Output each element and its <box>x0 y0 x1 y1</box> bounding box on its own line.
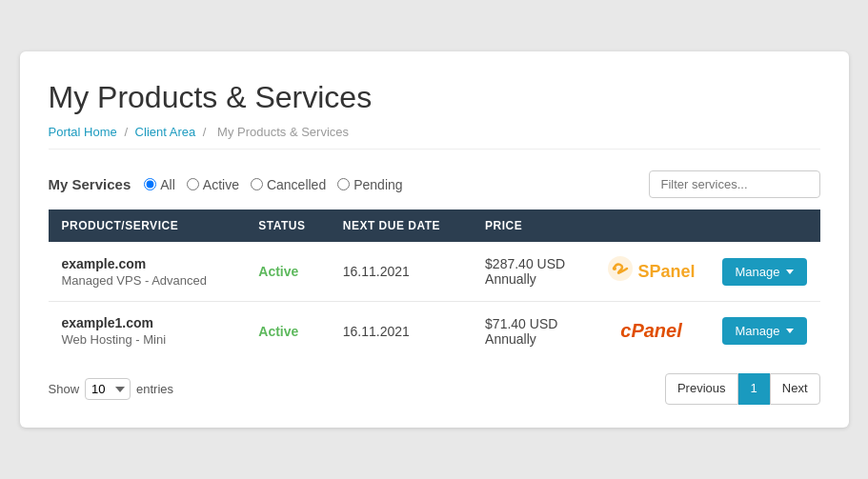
radio-all-label: All <box>160 177 175 192</box>
product-cell-2: example1.com Web Hosting - Mini <box>49 302 246 361</box>
col-product: PRODUCT/SERVICE <box>49 210 246 242</box>
product-sub-1: Managed VPS - Advanced <box>62 273 232 288</box>
cpanel-c: c <box>620 320 631 341</box>
status-badge-1: Active <box>258 264 298 279</box>
price-value-1: $287.40 USD <box>485 256 580 271</box>
services-label-group: My Services All Active Cancelled Pending <box>49 176 403 192</box>
panel-cell-2: cPanel <box>594 302 708 361</box>
radio-cancelled[interactable]: Cancelled <box>251 177 326 192</box>
radio-cancelled-label: Cancelled <box>267 177 326 192</box>
table-row: example.com Managed VPS - Advanced Activ… <box>49 242 820 302</box>
product-name-1: example.com <box>62 256 232 271</box>
table-header-row: PRODUCT/SERVICE STATUS NEXT DUE DATE PRI… <box>49 210 820 242</box>
radio-pending[interactable]: Pending <box>337 177 402 192</box>
manage-caret-1 <box>786 269 794 274</box>
breadcrumb: Portal Home / Client Area / My Products … <box>49 125 820 150</box>
table-row: example1.com Web Hosting - Mini Active 1… <box>49 302 820 361</box>
product-cell-1: example.com Managed VPS - Advanced <box>49 242 246 302</box>
svg-point-1 <box>613 267 616 270</box>
due-cell-2: 16.11.2021 <box>330 302 472 361</box>
price-cycle-2: Annually <box>485 331 580 347</box>
breadcrumb-sep-1: / <box>124 125 131 139</box>
col-action <box>709 210 820 242</box>
spanel-icon <box>607 255 634 288</box>
price-value-2: $71.40 USD <box>485 316 580 331</box>
cpanel-logo: cPanel <box>607 320 695 342</box>
manage-label-2: Manage <box>736 324 780 338</box>
radio-active[interactable]: Active <box>187 177 239 192</box>
cpanel-label: Panel <box>631 320 681 341</box>
panel-cell-1: SPanel <box>594 242 708 302</box>
status-cell-2: Active <box>245 302 329 361</box>
radio-active-label: Active <box>203 177 239 192</box>
radio-active-input[interactable] <box>187 178 199 190</box>
table-footer: Show 10 25 50 100 entries Previous 1 Nex… <box>49 373 820 404</box>
price-cell-2: $71.40 USD Annually <box>472 302 594 361</box>
entries-label: entries <box>136 382 173 396</box>
spanel-logo: SPanel <box>607 255 695 288</box>
show-label: Show <box>49 382 80 396</box>
filter-radio-group: All Active Cancelled Pending <box>144 177 402 192</box>
price-cell-1: $287.40 USD Annually <box>472 242 594 302</box>
services-header: My Services All Active Cancelled Pending <box>49 170 820 198</box>
breadcrumb-sep-2: / <box>203 125 210 139</box>
radio-all-input[interactable] <box>144 178 156 190</box>
filter-services-input[interactable] <box>649 170 820 198</box>
radio-all[interactable]: All <box>144 177 175 192</box>
entries-select[interactable]: 10 25 50 100 <box>85 378 131 400</box>
product-sub-2: Web Hosting - Mini <box>62 332 232 347</box>
manage-button-1[interactable]: Manage <box>722 258 807 286</box>
svg-point-0 <box>608 256 633 281</box>
product-name-2: example1.com <box>62 315 232 330</box>
breadcrumb-current: My Products & Services <box>217 125 349 139</box>
main-card: My Products & Services Portal Home / Cli… <box>20 51 849 427</box>
col-status: STATUS <box>245 210 329 242</box>
services-heading: My Services <box>49 176 131 192</box>
action-cell-1: Manage <box>709 242 820 302</box>
breadcrumb-client-area[interactable]: Client Area <box>135 125 196 139</box>
spanel-label: SPanel <box>637 262 695 282</box>
manage-caret-2 <box>786 329 794 333</box>
col-panel <box>594 210 708 242</box>
due-cell-1: 16.11.2021 <box>330 242 472 302</box>
status-badge-2: Active <box>258 324 298 339</box>
status-cell-1: Active <box>245 242 329 302</box>
manage-label-1: Manage <box>736 265 780 279</box>
pagination: Previous 1 Next <box>665 373 820 404</box>
services-table: PRODUCT/SERVICE STATUS NEXT DUE DATE PRI… <box>49 210 820 360</box>
radio-pending-label: Pending <box>353 177 402 192</box>
next-button[interactable]: Next <box>770 373 820 404</box>
col-due: NEXT DUE DATE <box>330 210 472 242</box>
manage-button-2[interactable]: Manage <box>722 317 807 345</box>
page-title: My Products & Services <box>49 80 820 115</box>
price-cycle-1: Annually <box>485 271 580 287</box>
prev-button[interactable]: Previous <box>665 373 738 404</box>
page-1-button[interactable]: 1 <box>738 373 770 404</box>
action-cell-2: Manage <box>709 302 820 361</box>
radio-cancelled-input[interactable] <box>251 178 263 190</box>
show-entries: Show 10 25 50 100 entries <box>49 378 174 400</box>
breadcrumb-portal-home[interactable]: Portal Home <box>49 125 117 139</box>
radio-pending-input[interactable] <box>337 178 350 190</box>
col-price: PRICE <box>472 210 594 242</box>
